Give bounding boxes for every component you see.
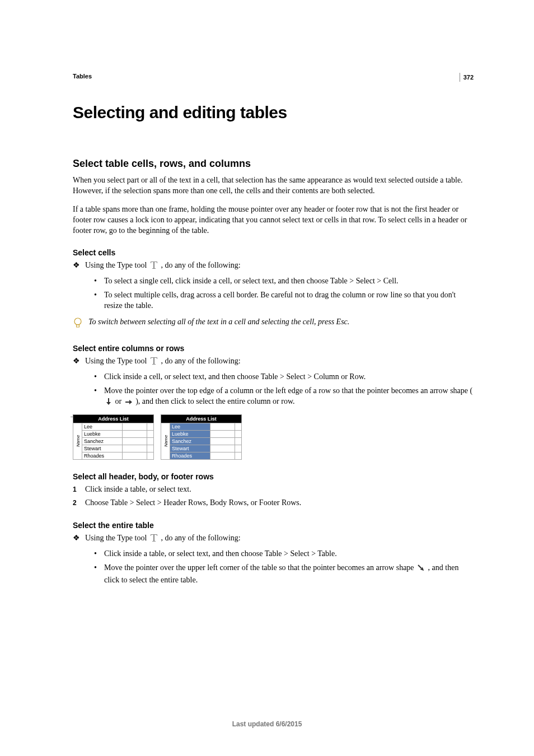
intro-paragraph-2: If a table spans more than one frame, ho…: [73, 204, 474, 236]
bullet-icon: •: [94, 563, 104, 586]
bullet-icon: •: [94, 276, 104, 287]
bullet-icon: •: [94, 549, 104, 559]
sample-cell: Sanchez: [170, 437, 210, 445]
subsection-select-cells: Select cells: [73, 248, 474, 257]
type-tool-icon: [150, 533, 158, 545]
step-number: 1: [73, 484, 85, 495]
step-number: 2: [73, 498, 85, 508]
sample-table-after: Address List NameLee Luebke Sanchez Stew…: [161, 414, 242, 460]
step-lead: ❖ Using the Type tool , do any of the fo…: [73, 533, 474, 545]
bullet-item: • Click inside a table, or select text, …: [73, 549, 474, 559]
sample-cell: Sanchez: [82, 437, 123, 445]
sample-cell: Rhoades: [82, 452, 123, 459]
sample-cell: Stewart: [82, 445, 123, 452]
bullet-item: • To select multiple cells, drag across …: [73, 290, 474, 311]
numbered-step: 2 Choose Table > Select > Header Rows, B…: [73, 498, 474, 508]
bullet-text: To select multiple cells, drag across a …: [104, 290, 474, 311]
subsection-select-entire-table: Select the entire table: [73, 521, 474, 530]
type-tool-icon: [150, 356, 158, 368]
figure-select-column-row: → Address List NameLee Luebke Sanchez St…: [73, 414, 474, 460]
lead-text-post: , do any of the following:: [161, 534, 240, 542]
sample-table-title: Address List: [161, 414, 242, 423]
lead-text-post: , do any of the following:: [161, 357, 240, 365]
step-text: Choose Table > Select > Header Rows, Bod…: [85, 498, 301, 508]
sample-table-before: Address List NameLee Luebke Sanchez Stew…: [73, 414, 154, 460]
arrow-right-icon: [125, 398, 133, 409]
bullet-item: • Move the pointer over the upper left c…: [73, 563, 474, 586]
bullet-text-pre: Move the pointer over the upper left cor…: [104, 563, 416, 572]
sample-table-row-label: Name: [161, 423, 170, 459]
bullet-text: Click inside a table, or select text, an…: [104, 549, 337, 559]
lead-text-pre: Using the Type tool: [85, 357, 149, 365]
lightbulb-icon: [73, 317, 88, 332]
tip-text: To switch between selecting all of the t…: [88, 317, 349, 328]
bullet-icon: •: [94, 372, 104, 382]
sample-table-title: Address List: [73, 414, 154, 423]
subsection-select-cols-rows: Select entire columns or rows: [73, 344, 474, 353]
type-tool-icon: [150, 260, 158, 273]
bullet-text-pre: Move the pointer over the top edge of a …: [104, 386, 472, 395]
bullet-icon: •: [94, 386, 104, 409]
tip: To switch between selecting all of the t…: [73, 317, 474, 332]
diamond-marker-icon: ❖: [73, 533, 85, 545]
sample-cell: Stewart: [170, 445, 210, 452]
arrow-diagonal-icon: [417, 564, 425, 575]
numbered-step: 1 Click inside a table, or select text.: [73, 484, 474, 495]
breadcrumb: Tables: [73, 73, 474, 80]
sample-cell: Luebke: [82, 430, 123, 437]
step-lead: ❖ Using the Type tool , do any of the fo…: [73, 356, 474, 368]
page-footer: Last updated 6/6/2015: [0, 720, 534, 728]
lead-text-post: , do any of the following:: [161, 261, 240, 269]
bullet-text: Click inside a cell, or select text, and…: [104, 372, 366, 382]
sample-cell: Rhoades: [170, 452, 210, 459]
sample-cell: Luebke: [170, 430, 210, 437]
intro-paragraph-1: When you select part or all of the text …: [73, 175, 474, 197]
lead-text-pre: Using the Type tool: [85, 261, 149, 269]
subsection-select-header-body-footer: Select all header, body, or footer rows: [73, 472, 474, 481]
lead-text-pre: Using the Type tool: [85, 534, 149, 542]
sample-cell: Lee: [82, 423, 123, 430]
sample-table-row-label: Name: [73, 423, 82, 459]
page-title: Selecting and editing tables: [73, 103, 474, 122]
bullet-item: • Move the pointer over the top edge of …: [73, 386, 474, 409]
sample-cell: Lee: [170, 423, 210, 430]
bullet-text-post: ), and then click to select the entire c…: [135, 397, 294, 405]
bullet-text: To select a single cell, click inside a …: [104, 276, 399, 287]
diamond-marker-icon: ❖: [73, 260, 85, 273]
bullet-item: • Click inside a cell, or select text, a…: [73, 372, 474, 382]
bullet-text-mid: or: [115, 397, 124, 405]
arrow-down-icon: [105, 398, 112, 409]
step-lead: ❖ Using the Type tool , do any of the fo…: [73, 260, 474, 273]
bullet-item: • To select a single cell, click inside …: [73, 276, 474, 287]
diamond-marker-icon: ❖: [73, 356, 85, 368]
bullet-icon: •: [94, 290, 104, 311]
section-heading: Select table cells, rows, and columns: [73, 158, 474, 170]
page-number: 372: [460, 73, 474, 82]
step-text: Click inside a table, or select text.: [85, 484, 191, 495]
svg-point-0: [74, 318, 81, 325]
